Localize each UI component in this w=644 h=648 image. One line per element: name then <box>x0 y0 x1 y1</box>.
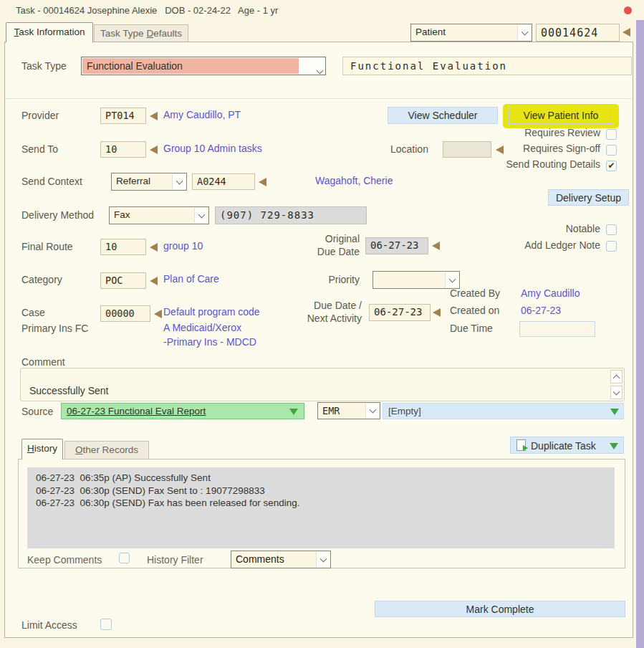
due-date-lookup-icon[interactable] <box>433 308 441 317</box>
tab-other-records[interactable]: Other Records <box>64 441 149 459</box>
history-entry: 06-27-23 06:30p (SEND) Fax Sent to : 190… <box>36 485 615 497</box>
patient-type-dropdown[interactable]: Patient <box>410 24 532 42</box>
delivery-method-dropdown[interactable]: Fax <box>109 206 209 224</box>
send-context-lookup-icon[interactable] <box>259 178 266 186</box>
source-channel-value: EMR <box>322 405 340 416</box>
provider-label: Provider <box>21 110 59 121</box>
requires-signoff-checkbox[interactable] <box>606 145 617 156</box>
notable-checkbox[interactable] <box>606 224 617 235</box>
chevron-down-icon <box>316 552 330 567</box>
send-routing-details-label: Send Routing Details <box>457 158 600 170</box>
original-due-date-field: 06-27-23 <box>365 237 428 254</box>
comment-textarea[interactable]: Successfully Sent <box>20 368 625 401</box>
created-on-date: 06-27-23 <box>521 305 561 316</box>
due-date-next-activity-label: Due Date / Next Activity <box>292 299 362 325</box>
comment-text: Successfully Sent <box>29 385 109 396</box>
case-label: Case <box>21 307 45 318</box>
source-label: Source <box>21 406 53 417</box>
duplicate-dropdown-icon[interactable] <box>610 443 618 449</box>
category-name-link[interactable]: Plan of Care <box>163 273 219 285</box>
send-context-name-link[interactable]: Wagahoft, Cherie <box>315 175 393 186</box>
due-date-next-activity-field[interactable]: 06-27-23 <box>369 304 431 321</box>
source-secondary-dropdown-icon[interactable] <box>610 409 619 415</box>
mark-complete-button[interactable]: Mark Complete <box>375 601 625 617</box>
chevron-down-icon <box>445 272 458 287</box>
category-code-field[interactable]: POC <box>100 272 146 289</box>
patient-id-field[interactable]: 00014624 <box>536 24 620 42</box>
add-ledger-note-label: Add Ledger Note <box>457 239 600 251</box>
view-scheduler-button[interactable]: View Scheduler <box>388 107 498 124</box>
duplicate-icon <box>516 439 526 451</box>
due-time-field[interactable] <box>519 321 595 337</box>
delivery-setup-button[interactable]: Delivery Setup <box>548 189 629 206</box>
chevron-down-icon <box>317 63 322 76</box>
primary-ins-line2-link[interactable]: -Primary Ins - MDCD <box>163 336 256 348</box>
send-to-lookup-icon[interactable] <box>150 146 158 154</box>
source-secondary-field[interactable]: [Empty] <box>383 403 624 419</box>
task-type-label: Task Type <box>21 60 67 72</box>
created-on-label: Created on <box>450 305 499 316</box>
source-document-field[interactable]: 06-27-23 Functional Eval Report <box>61 403 304 419</box>
created-by-label: Created By <box>450 287 500 299</box>
provider-code-field[interactable]: PT014 <box>100 108 146 124</box>
delivery-method-value: Fax <box>114 209 130 220</box>
requires-review-label: Requires Review <box>457 127 600 138</box>
final-route-lookup-icon[interactable] <box>150 243 158 252</box>
final-route-code-field[interactable]: 10 <box>100 239 146 255</box>
fax-number-field: (907) 729-8833 <box>215 206 367 224</box>
final-route-group-link[interactable]: group 10 <box>163 240 203 252</box>
task-window: Task - 00014624 Josephine Alexie DOB - 0… <box>0 0 644 648</box>
add-ledger-note-checkbox[interactable] <box>606 241 617 252</box>
limit-access-label: Limit Access <box>21 619 77 631</box>
keep-comments-checkbox[interactable] <box>119 553 130 563</box>
duplicate-task-button[interactable]: Duplicate Task <box>510 437 624 454</box>
task-type-display-field: Functional Evaluation <box>342 57 632 75</box>
send-context-code-field[interactable]: A0244 <box>192 173 255 190</box>
send-to-code-field[interactable]: 10 <box>100 141 146 158</box>
comment-label: Comment <box>21 356 65 368</box>
location-lookup-icon[interactable] <box>496 146 504 154</box>
send-context-dropdown[interactable]: Referral <box>111 173 187 191</box>
source-dropdown-icon[interactable] <box>289 409 298 415</box>
send-routing-details-checkbox[interactable]: ✔ <box>606 161 617 171</box>
send-to-label: Send To <box>21 143 58 155</box>
divider <box>5 98 633 99</box>
scroll-down-icon[interactable] <box>610 386 623 399</box>
task-type-dropdown[interactable]: Functional Evaluation <box>81 57 326 75</box>
window-title: Task - 00014624 Josephine Alexie DOB - 0… <box>16 5 278 16</box>
location-field[interactable] <box>443 141 491 158</box>
provider-lookup-icon[interactable] <box>150 112 158 120</box>
patient-type-value: Patient <box>415 27 446 37</box>
chevron-down-icon <box>365 404 379 418</box>
view-patient-info-button[interactable]: View Patient Info <box>509 107 613 124</box>
priority-label: Priority <box>301 274 360 285</box>
provider-name-link[interactable]: Amy Caudillo, PT <box>163 109 241 120</box>
original-due-date-lookup-icon[interactable] <box>432 242 440 250</box>
tab-task-type-defaults[interactable]: Task Type Defaults <box>94 24 188 42</box>
notable-label: Notable <box>457 223 600 234</box>
category-lookup-icon[interactable] <box>150 277 158 285</box>
source-channel-dropdown[interactable]: EMR <box>317 402 380 419</box>
created-by-name: Amy Caudillo <box>521 287 580 299</box>
priority-dropdown[interactable] <box>373 271 460 289</box>
source-document-link[interactable]: 06-27-23 Functional Eval Report <box>67 406 206 416</box>
primary-ins-line1-link[interactable]: A Medicaid/Xerox <box>163 322 241 333</box>
patient-lookup-icon[interactable] <box>623 28 630 37</box>
delivery-method-label: Delivery Method <box>21 209 94 221</box>
send-to-group-link[interactable]: Group 10 Admin tasks <box>163 143 262 154</box>
case-code-field[interactable]: 00000 <box>100 305 150 322</box>
keep-comments-label: Keep Comments <box>27 554 102 566</box>
limit-access-checkbox[interactable] <box>100 619 112 630</box>
tab-task-information[interactable]: Task Information <box>6 22 93 42</box>
case-program-link[interactable]: Default program code <box>163 306 260 318</box>
task-type-selected: Functional Evaluation <box>82 58 299 74</box>
history-filter-dropdown[interactable]: Comments <box>231 551 331 568</box>
scroll-up-icon[interactable] <box>610 370 623 383</box>
requires-review-checkbox[interactable] <box>606 129 617 140</box>
tab-history[interactable]: History <box>21 439 63 459</box>
case-lookup-icon[interactable] <box>154 310 162 318</box>
source-secondary-value: [Empty] <box>388 406 421 416</box>
history-entry: 06-27-23 06:30p (SEND) Fax has been rele… <box>36 497 615 510</box>
history-filter-value: Comments <box>236 553 284 565</box>
send-context-label: Send Context <box>21 176 82 187</box>
